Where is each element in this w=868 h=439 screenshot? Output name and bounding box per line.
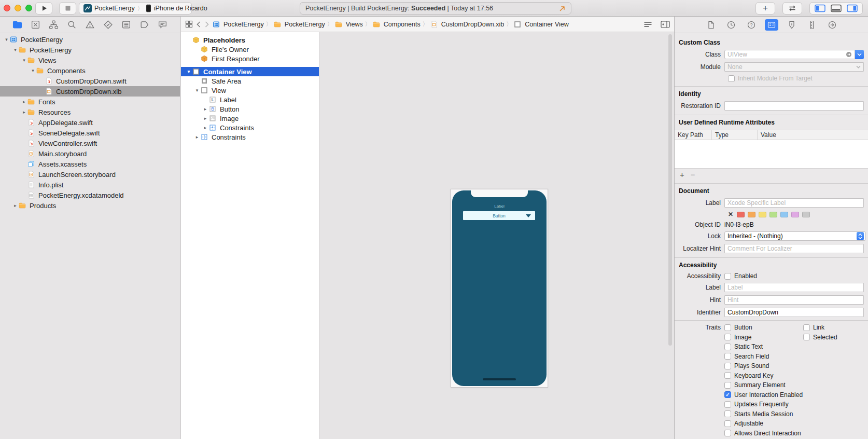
navigator-tab-test-navigator[interactable]: [102, 19, 115, 31]
breadcrumb-item[interactable]: Views: [335, 21, 363, 28]
tree-row[interactable]: SceneDelegate.swift: [0, 128, 180, 138]
runtime-attr-column-header[interactable]: Key Path: [675, 130, 712, 140]
tree-row[interactable]: PocketEnergy.xcdatamodeld: [0, 190, 180, 200]
trait-checkbox-keyboard-key[interactable]: [724, 372, 731, 379]
navigator-tab-symbol-navigator[interactable]: [48, 19, 60, 31]
trait-checkbox-adjustable[interactable]: [724, 420, 731, 427]
trait-checkbox-summary-element[interactable]: [724, 382, 731, 389]
navigator-tab-debug-navigator[interactable]: [120, 19, 133, 31]
inspector-tab-connections-inspector[interactable]: [825, 19, 839, 31]
trait-checkbox-user-interaction-enabled[interactable]: ✓: [724, 391, 731, 398]
tree-row[interactable]: CustomDropDown.swift: [0, 76, 180, 86]
navigator-tab-project-navigator[interactable]: [11, 19, 24, 31]
document-label-field[interactable]: Xcode Specific Label: [724, 198, 864, 208]
navigator-tab-issue-navigator[interactable]: [84, 19, 96, 31]
disclosure-triangle[interactable]: ▸: [202, 106, 209, 112]
add-editor-icon[interactable]: [661, 21, 670, 28]
trait-checkbox-static-text[interactable]: [724, 344, 731, 350]
lock-dropdown[interactable]: Inherited - (Nothing): [724, 231, 866, 241]
trait-checkbox-button[interactable]: [724, 324, 731, 331]
device-artboard[interactable]: Label Button: [451, 189, 548, 388]
outline-row[interactable]: ▸Image: [181, 114, 319, 123]
inspector-tab-identity-inspector[interactable]: [765, 19, 778, 31]
disclosure-triangle[interactable]: ▸: [193, 134, 201, 140]
scheme-selector[interactable]: PocketEnergy 〉 iPhone de Ricardo: [79, 2, 192, 15]
runtime-attr-column-header[interactable]: Type: [712, 130, 758, 140]
trait-checkbox-selected[interactable]: [803, 334, 810, 340]
tree-row[interactable]: ▾PocketEnergy: [0, 45, 180, 55]
trait-checkbox-image[interactable]: [724, 334, 731, 340]
a11y-identifier-field[interactable]: CustomDropDown: [724, 308, 864, 317]
navigator-tab-find-navigator[interactable]: [66, 19, 78, 31]
toggle-navigator-button[interactable]: [815, 4, 825, 12]
color-swatch-0[interactable]: [737, 212, 745, 217]
tree-row[interactable]: CustomDropDown.xib: [0, 86, 180, 97]
tree-row[interactable]: ViewController.swift: [0, 138, 180, 148]
class-field[interactable]: UIView: [724, 50, 855, 59]
go-back-button[interactable]: [196, 21, 201, 28]
canvas-scrollbar[interactable]: [668, 34, 672, 346]
color-swatch-2[interactable]: [759, 212, 766, 217]
remove-attribute-button[interactable]: −: [691, 170, 695, 179]
module-field[interactable]: None: [724, 62, 864, 72]
inspector-tab-attributes-inspector[interactable]: [785, 19, 799, 31]
trait-checkbox-starts-media-session[interactable]: [724, 410, 731, 417]
inspector-tab-history-inspector[interactable]: [724, 19, 738, 31]
container-view-preview[interactable]: Label Button: [452, 190, 547, 386]
tree-row[interactable]: AppDelegate.swift: [0, 117, 180, 128]
a11y-label-field[interactable]: Label: [724, 283, 864, 292]
trait-checkbox-allows-direct-interaction[interactable]: [724, 430, 731, 436]
navigator-tab-breakpoint-navigator[interactable]: [138, 19, 151, 31]
a11y-hint-field[interactable]: Hint: [724, 295, 864, 305]
breadcrumb-item[interactable]: CustomDropDown.xib: [430, 21, 505, 28]
ib-canvas[interactable]: Label Button: [320, 32, 674, 439]
related-items-icon[interactable]: [185, 20, 193, 28]
runtime-attr-column-header[interactable]: Value: [758, 130, 868, 140]
inspector-tab-file-inspector[interactable]: [704, 19, 718, 31]
disclosure-triangle[interactable]: ▾: [30, 68, 36, 73]
disclosure-triangle[interactable]: ▾: [3, 37, 10, 42]
localizer-hint-field[interactable]: Comment For Localizer: [724, 244, 864, 253]
disclosure-triangle[interactable]: ▸: [202, 125, 209, 130]
outline-row[interactable]: First Responder: [181, 54, 319, 63]
run-button[interactable]: [35, 2, 52, 15]
breadcrumb-item[interactable]: Components: [373, 21, 421, 28]
breadcrumb-item[interactable]: Container View: [514, 21, 569, 28]
tree-row[interactable]: ▾PocketEnergy: [0, 34, 180, 45]
editor-mode-button[interactable]: [782, 2, 802, 15]
trait-checkbox-plays-sound[interactable]: [724, 363, 731, 369]
tree-row[interactable]: ▸Resources: [0, 107, 180, 117]
preview-label[interactable]: Label: [452, 204, 547, 209]
editor-options-icon[interactable]: [643, 21, 652, 28]
close-window-button[interactable]: [4, 5, 10, 11]
inspector-tab-size-inspector[interactable]: [805, 19, 819, 31]
tree-row[interactable]: Main.storyboard: [0, 148, 180, 159]
activity-viewer[interactable]: PocketEnergy | Build PocketEnergy: Succe…: [300, 2, 571, 15]
clear-color-button[interactable]: ✕: [728, 211, 733, 218]
tree-row[interactable]: Assets.xcassets: [0, 159, 180, 169]
outline-row[interactable]: ▸Constraints: [181, 132, 319, 142]
color-swatch-5[interactable]: [791, 212, 799, 217]
stop-button[interactable]: [59, 2, 76, 15]
disclosure-triangle[interactable]: ▸: [202, 116, 209, 121]
disclosure-triangle[interactable]: ▾: [12, 47, 19, 52]
breadcrumb-item[interactable]: PocketEnergy: [274, 21, 325, 28]
inherit-module-checkbox[interactable]: [728, 75, 735, 82]
disclosure-triangle[interactable]: ▸: [12, 203, 19, 208]
go-forward-button[interactable]: [204, 21, 209, 28]
minimize-window-button[interactable]: [15, 5, 21, 11]
preview-dropdown-button[interactable]: Button: [463, 211, 535, 220]
outline-row[interactable]: Placeholders: [181, 35, 319, 45]
class-dropdown-button[interactable]: [855, 50, 864, 59]
disclosure-triangle[interactable]: ▾: [185, 69, 192, 74]
outline-row[interactable]: ▸Constraints: [181, 123, 319, 132]
add-attribute-button[interactable]: +: [680, 170, 684, 179]
tree-row[interactable]: ▸Fonts: [0, 97, 180, 107]
toggle-inspector-button[interactable]: [847, 4, 858, 12]
inspector-tab-quick-help-inspector[interactable]: ?: [745, 19, 758, 31]
disclosure-triangle[interactable]: ▸: [21, 109, 27, 115]
accessibility-enabled-checkbox[interactable]: [724, 273, 731, 280]
deprecation-arrow-icon[interactable]: [559, 5, 566, 12]
library-button[interactable]: +: [755, 2, 775, 15]
toggle-debug-area-button[interactable]: [831, 4, 842, 12]
